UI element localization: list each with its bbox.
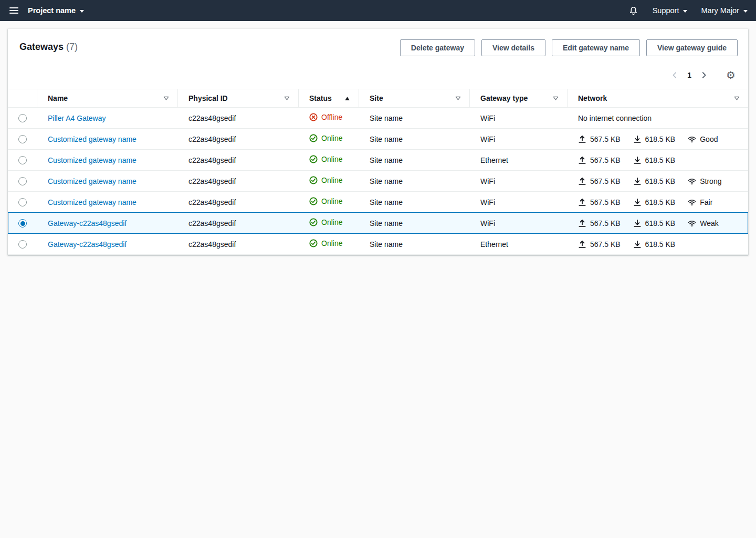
download-icon: [633, 219, 642, 227]
gateways-panel: Gateways(7) Delete gateway View details …: [8, 29, 748, 255]
gateway-name-link[interactable]: Customized gateway name: [48, 135, 136, 143]
panel-header: Gateways(7) Delete gateway View details …: [8, 29, 748, 60]
download-stat: 618.5 KB: [633, 240, 676, 249]
page-title: Gateways(7): [19, 39, 78, 54]
filter-icon[interactable]: [284, 96, 290, 101]
status-online-icon: [309, 155, 318, 163]
row-select-radio[interactable]: [18, 156, 27, 164]
download-stat: 618.5 KB: [633, 135, 676, 143]
caret-down-icon: [743, 10, 748, 13]
sort-ascending-icon[interactable]: [344, 96, 350, 101]
download-icon: [633, 177, 642, 185]
network-cell: 567.5 KB618.5 KBStrong: [578, 177, 740, 185]
column-header-gateway-type[interactable]: Gateway type: [470, 89, 568, 108]
table-preferences-button[interactable]: ⚙︎: [726, 70, 736, 80]
upload-icon: [578, 135, 586, 143]
column-header-name[interactable]: Name: [37, 89, 178, 108]
row-select-radio[interactable]: [18, 198, 27, 206]
gateway-name-link[interactable]: Customized gateway name: [48, 177, 136, 185]
previous-page-button[interactable]: [668, 69, 681, 81]
gateway-table-body: Piller A4 Gatewayc22as48gsedifOfflineSit…: [8, 108, 748, 255]
wifi-icon: [688, 135, 696, 143]
download-icon: [633, 198, 642, 206]
upload-stat: 567.5 KB: [578, 219, 621, 227]
physical-id-cell: c22as48gsedif: [178, 234, 299, 255]
status-offline-icon: [309, 113, 318, 121]
physical-id-cell: c22as48gsedif: [178, 192, 299, 213]
top-navigation: Project name Support Mary Major: [0, 0, 756, 21]
column-header-site[interactable]: Site: [359, 89, 470, 108]
filter-icon[interactable]: [553, 96, 559, 101]
gateway-name-link[interactable]: Customized gateway name: [48, 156, 136, 164]
table-toolbar: 1 ⚙︎: [8, 60, 748, 89]
hamburger-icon: [9, 7, 18, 8]
filter-icon[interactable]: [163, 96, 169, 101]
next-page-button[interactable]: [698, 69, 710, 81]
site-cell: Site name: [359, 213, 470, 234]
gateway-name-link[interactable]: Piller A4 Gateway: [48, 114, 106, 122]
site-cell: Site name: [359, 108, 470, 129]
view-details-button[interactable]: View details: [481, 39, 545, 56]
upload-stat: 567.5 KB: [578, 177, 621, 185]
upload-stat: 567.5 KB: [578, 135, 621, 143]
current-page-number: 1: [687, 71, 691, 79]
status-online-icon: [309, 239, 318, 247]
physical-id-cell: c22as48gsedif: [178, 108, 299, 129]
notifications-button[interactable]: [628, 5, 639, 16]
network-cell: 567.5 KB618.5 KBWeak: [578, 219, 740, 227]
site-cell: Site name: [359, 150, 470, 171]
wifi-strength: Strong: [688, 177, 721, 185]
physical-id-cell: c22as48gsedif: [178, 129, 299, 150]
download-icon: [633, 135, 642, 143]
upload-icon: [578, 177, 586, 185]
column-header-status[interactable]: Status: [299, 89, 359, 108]
edit-gateway-name-button[interactable]: Edit gateway name: [552, 39, 640, 56]
row-select-radio[interactable]: [18, 135, 27, 143]
table-row[interactable]: Customized gateway namec22as48gsedifOnli…: [8, 192, 748, 213]
column-header-network[interactable]: Network: [568, 89, 748, 108]
bell-icon: [629, 6, 638, 15]
column-header-physical-id[interactable]: Physical ID: [178, 89, 299, 108]
row-select-radio[interactable]: [18, 177, 27, 185]
gateways-table: Name Physical ID Status: [8, 89, 748, 255]
wifi-icon: [688, 198, 696, 206]
status-badge: Online: [309, 176, 342, 184]
row-select-radio[interactable]: [18, 240, 27, 249]
filter-icon[interactable]: [734, 96, 740, 101]
network-cell: No internet connection: [578, 114, 740, 122]
upload-icon: [578, 219, 586, 227]
menu-toggle-button[interactable]: [8, 5, 19, 16]
view-gateway-guide-button[interactable]: View gateway guide: [646, 39, 738, 56]
gateway-name-link[interactable]: Customized gateway name: [48, 198, 136, 206]
status-badge: Online: [309, 197, 342, 205]
physical-id-cell: c22as48gsedif: [178, 150, 299, 171]
download-stat: 618.5 KB: [633, 219, 676, 227]
table-row[interactable]: Customized gateway namec22as48gsedifOnli…: [8, 150, 748, 171]
upload-stat: 567.5 KB: [578, 240, 621, 249]
download-stat: 618.5 KB: [633, 177, 676, 185]
site-cell: Site name: [359, 192, 470, 213]
table-row[interactable]: Gateway-c22as48gsedifc22as48gsedifOnline…: [8, 234, 748, 255]
upload-icon: [578, 198, 586, 206]
status-badge: Offline: [309, 113, 342, 121]
table-row[interactable]: Customized gateway namec22as48gsedifOnli…: [8, 171, 748, 192]
gear-icon: ⚙︎: [726, 70, 736, 80]
table-row[interactable]: Piller A4 Gatewayc22as48gsedifOfflineSit…: [8, 108, 748, 129]
panel-actions: Delete gateway View details Edit gateway…: [400, 39, 738, 56]
support-dropdown[interactable]: Support: [653, 6, 688, 15]
table-row[interactable]: Gateway-c22as48gsedifc22as48gsedifOnline…: [8, 213, 748, 234]
upload-icon: [578, 240, 586, 249]
delete-gateway-button[interactable]: Delete gateway: [400, 39, 475, 56]
filter-icon[interactable]: [455, 96, 461, 101]
status-online-icon: [309, 197, 318, 205]
gateway-name-link[interactable]: Gateway-c22as48gsedif: [48, 219, 127, 227]
user-dropdown[interactable]: Mary Major: [701, 6, 748, 15]
chevron-left-icon: [671, 71, 678, 79]
row-select-radio[interactable]: [18, 219, 27, 227]
table-row[interactable]: Customized gateway namec22as48gsedifOnli…: [8, 129, 748, 150]
user-name-label: Mary Major: [701, 6, 739, 15]
row-select-radio[interactable]: [18, 114, 27, 122]
project-dropdown[interactable]: Project name: [28, 6, 84, 15]
gateway-name-link[interactable]: Gateway-c22as48gsedif: [48, 240, 127, 249]
upload-stat: 567.5 KB: [578, 156, 621, 164]
